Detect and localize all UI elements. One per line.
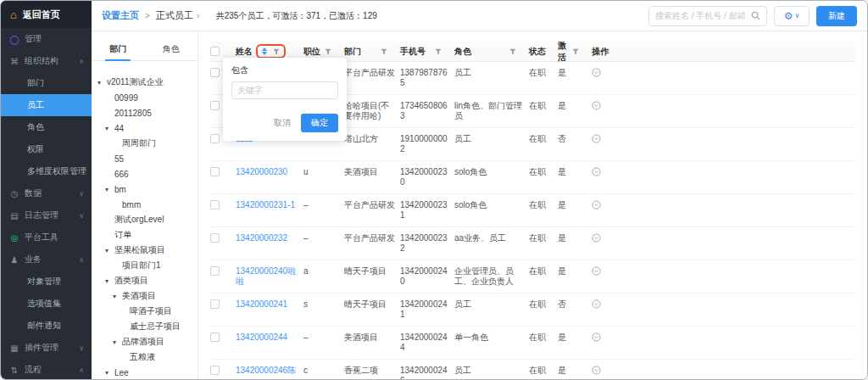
cancel-button[interactable]: 取消 bbox=[274, 117, 291, 129]
row-actions-button[interactable] bbox=[592, 366, 601, 375]
sidebar-subitem-权限[interactable]: 权限 bbox=[1, 138, 92, 160]
tree-node[interactable]: 威士忌子项目 bbox=[97, 319, 193, 334]
filter-icon[interactable] bbox=[509, 48, 516, 55]
employee-name-link[interactable]: 13420000231-1 bbox=[236, 194, 303, 226]
tree-node[interactable]: 20112805 bbox=[97, 105, 193, 120]
tree-node[interactable]: 666 bbox=[97, 166, 193, 182]
sidebar-item-平台工具[interactable]: ◎平台工具 bbox=[1, 226, 92, 249]
sidebar-subitem-选项值集[interactable]: 选项值集 bbox=[1, 293, 92, 315]
row-actions-button[interactable] bbox=[592, 68, 601, 77]
row-actions-button[interactable] bbox=[592, 134, 601, 143]
row-checkbox[interactable] bbox=[210, 167, 220, 176]
tree-node[interactable]: ▾美酒项目 bbox=[97, 288, 193, 304]
tree-node[interactable]: 周周部门 bbox=[97, 136, 193, 151]
annotation-highlight bbox=[256, 44, 286, 59]
caret-down-icon[interactable]: ▾ bbox=[105, 125, 114, 132]
log-icon: ▤ bbox=[9, 211, 19, 221]
sidebar-home-label: 返回首页 bbox=[23, 8, 60, 21]
row-checkbox[interactable] bbox=[210, 101, 220, 110]
settings-dropdown-button[interactable]: ⚙ ∨ bbox=[774, 6, 810, 26]
caret-down-icon[interactable]: ▾ bbox=[105, 277, 114, 285]
row-checkbox[interactable] bbox=[210, 332, 220, 342]
breadcrumb-link[interactable]: 设置主页 bbox=[102, 9, 139, 22]
row-actions-button[interactable] bbox=[592, 299, 601, 309]
caret-down-icon[interactable]: ▾ bbox=[105, 186, 114, 193]
row-actions-button[interactable] bbox=[592, 200, 601, 210]
tree-node[interactable]: 测试orgLevel bbox=[97, 212, 193, 227]
employee-name-link[interactable]: 13420000246陈 bbox=[236, 360, 303, 379]
sidebar-item-label: 平台工具 bbox=[25, 232, 58, 243]
breadcrumb-current-dropdown[interactable]: 正式员工 ∨ bbox=[156, 9, 201, 22]
select-all-checkbox[interactable] bbox=[210, 47, 220, 56]
tree-node[interactable]: ▾bm bbox=[97, 182, 193, 197]
filter-icon[interactable] bbox=[325, 48, 331, 55]
sidebar-item-日志管理[interactable]: ▤日志管理∨ bbox=[1, 204, 92, 226]
sidebar-subitem-邮件通知[interactable]: 邮件通知 bbox=[1, 315, 92, 337]
employee-name-link[interactable]: 13420000244 bbox=[236, 327, 303, 359]
tab-department[interactable]: 部门 bbox=[92, 39, 145, 60]
active-cell: 是 bbox=[558, 194, 592, 226]
confirm-button[interactable]: 确定 bbox=[301, 114, 338, 132]
row-checkbox[interactable] bbox=[210, 366, 220, 375]
filter-icon[interactable] bbox=[572, 48, 579, 55]
caret-down-icon[interactable]: ▾ bbox=[105, 247, 114, 254]
tree-node[interactable]: ▾Lee bbox=[97, 365, 193, 379]
row-checkbox[interactable] bbox=[210, 299, 220, 309]
create-new-button[interactable]: 新建 bbox=[816, 6, 857, 26]
table-row: 13420000232–平台产品研发13420000232aa业务、员工在职是 bbox=[210, 227, 855, 260]
tree-node[interactable]: ▾v2011测试企业 bbox=[97, 75, 193, 90]
caret-down-icon[interactable]: ▾ bbox=[97, 79, 107, 87]
tree-node[interactable]: 订单 bbox=[97, 227, 193, 243]
sidebar-item-业务[interactable]: ♟业务∧ bbox=[1, 249, 92, 271]
tree-node[interactable]: ▾品牌酒项目 bbox=[97, 334, 193, 349]
row-actions-button[interactable] bbox=[592, 167, 601, 176]
filter-icon[interactable] bbox=[435, 48, 442, 55]
employee-name-link[interactable]: 13420000230 bbox=[236, 161, 303, 193]
tree-node[interactable]: bmm bbox=[97, 197, 193, 212]
row-checkbox[interactable] bbox=[210, 68, 220, 77]
tree-node[interactable]: 五粮液 bbox=[97, 349, 193, 365]
row-checkbox[interactable] bbox=[210, 266, 220, 276]
tab-role[interactable]: 角色 bbox=[145, 39, 198, 60]
sidebar-item-流程[interactable]: ⇅流程∧ bbox=[1, 359, 92, 379]
row-actions-button[interactable] bbox=[592, 266, 601, 276]
employee-name-link[interactable]: 13420000241 bbox=[236, 293, 303, 326]
sidebar-subitem-部门[interactable]: 部门 bbox=[1, 72, 92, 94]
tree-node[interactable]: 项目部门1 bbox=[97, 258, 193, 273]
sidebar-subitem-角色[interactable]: 角色 bbox=[1, 116, 92, 138]
tree-node[interactable]: ▾坚果松鼠项目 bbox=[97, 243, 193, 258]
flow-icon: ⇅ bbox=[9, 366, 19, 375]
sidebar-subitem-多维度权限管理[interactable]: 多维度权限管理 bbox=[1, 160, 92, 182]
row-actions-button[interactable] bbox=[592, 101, 601, 110]
tree-node[interactable]: 00999 bbox=[97, 90, 193, 105]
tree-node[interactable]: 啤酒子项目 bbox=[97, 304, 193, 319]
sidebar-home-button[interactable]: ⌂ 返回首页 bbox=[1, 1, 92, 28]
row-checkbox[interactable] bbox=[210, 200, 220, 210]
sidebar-item-管理[interactable]: ◯管理 bbox=[1, 28, 92, 50]
active-cell: 是 bbox=[558, 260, 592, 293]
search-input[interactable] bbox=[655, 11, 751, 20]
caret-down-icon[interactable]: ▾ bbox=[113, 293, 122, 300]
caret-down-icon[interactable]: ▾ bbox=[105, 369, 114, 377]
column-header-role: 角色 bbox=[454, 46, 529, 58]
tree-node[interactable]: 55 bbox=[97, 151, 193, 166]
tree-node[interactable]: ▾44 bbox=[97, 120, 193, 136]
caret-down-icon[interactable]: ▾ bbox=[113, 338, 122, 346]
tree-node[interactable]: ▾酒类项目 bbox=[97, 273, 193, 288]
gear-icon: ⚙ bbox=[784, 11, 793, 21]
sidebar-item-数据[interactable]: ◷数据∨ bbox=[1, 182, 92, 204]
row-actions-button[interactable] bbox=[592, 332, 601, 342]
filter-icon[interactable] bbox=[381, 48, 387, 55]
sidebar-item-插件管理[interactable]: ▦插件管理∨ bbox=[1, 337, 92, 359]
keyword-input[interactable] bbox=[231, 81, 338, 99]
sidebar-subitem-对象管理[interactable]: 对象管理 bbox=[1, 271, 92, 293]
sort-icon[interactable] bbox=[262, 48, 267, 55]
row-checkbox[interactable] bbox=[210, 233, 220, 243]
employee-name-link[interactable]: 13420000232 bbox=[236, 227, 303, 260]
employee-name-link[interactable]: 13420000240啦啦 bbox=[236, 260, 303, 293]
sidebar-item-组织结构[interactable]: ⌘组织结构∧ bbox=[1, 50, 92, 72]
filter-icon[interactable] bbox=[273, 48, 280, 55]
row-checkbox[interactable] bbox=[210, 134, 220, 143]
sidebar-subitem-员工[interactable]: 员工 bbox=[1, 94, 92, 116]
row-actions-button[interactable] bbox=[592, 233, 601, 243]
